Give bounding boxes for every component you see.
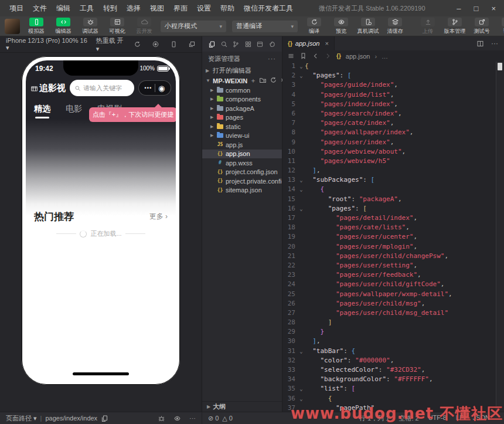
breadcrumb-file[interactable]: app.json <box>346 53 370 60</box>
copy-path-icon[interactable] <box>101 415 108 422</box>
menu-4[interactable]: 工具 <box>75 4 98 13</box>
详情-button[interactable]: 详情 <box>498 18 504 35</box>
tree-item-app.json[interactable]: {}app.json <box>202 150 282 159</box>
tree-item-sitemap.json[interactable]: {}sitemap.json <box>202 186 282 195</box>
refresh-icon[interactable] <box>270 76 277 85</box>
more-actions-icon[interactable]: ··· <box>491 39 498 48</box>
tree-item-uview-ui[interactable]: ▶uview-ui <box>202 131 282 141</box>
title-bar: 项目文件编辑工具转到选择视图界面设置帮助微信开发者工具 微信开发者工具 Stab… <box>0 0 504 16</box>
collab-hand-icon[interactable] <box>268 40 276 48</box>
menu-2[interactable]: 文件 <box>28 4 52 13</box>
chevron-right-icon: ▶ <box>210 115 214 120</box>
版本管理-button[interactable]: 版本管理 <box>444 18 465 35</box>
menu-6[interactable]: 选择 <box>122 4 145 13</box>
tree-item-packageA[interactable]: ▶packageA <box>202 104 282 113</box>
tree-item-app.wxss[interactable]: #app.wxss <box>202 158 282 168</box>
editor-menu-icon[interactable] <box>287 52 295 60</box>
hot-reload-toggle[interactable]: 热重载 开 ▾ <box>96 36 128 53</box>
menu-11[interactable]: 微信开发者工具 <box>239 4 298 13</box>
more-dots-icon[interactable]: ··· <box>189 415 196 422</box>
tree-item-app.js[interactable]: JSapp.js <box>202 140 282 150</box>
tree-item-pages[interactable]: ▶pages <box>202 113 282 123</box>
menu-1[interactable]: 项目 <box>5 4 28 13</box>
fold-chevron-icon[interactable]: ⌄ <box>298 394 305 403</box>
compile-select[interactable]: 普通编译 ▾ <box>232 21 298 32</box>
app-tab-1[interactable]: 精选 <box>34 104 50 114</box>
mode-select[interactable]: 小程序模式 ▾ <box>161 21 226 32</box>
record-icon[interactable] <box>152 40 159 48</box>
explorer-more-icon[interactable]: ··· <box>268 55 276 62</box>
source-control-icon[interactable] <box>232 40 240 48</box>
menu-8[interactable]: 界面 <box>169 4 192 13</box>
close-button[interactable]: × <box>491 4 496 13</box>
fold-chevron-icon[interactable]: ⌄ <box>298 62 305 71</box>
device-selector[interactable]: iPhone 12/13 (Pro) 100% 16 ▾ <box>6 37 90 52</box>
测试号-button[interactable]: 测试号 <box>471 18 492 35</box>
code-editor[interactable]: 1⌄{2⌄ "pages": [3 "pages/guide/index",4 … <box>282 62 504 412</box>
fold-chevron-icon[interactable]: ⌄ <box>298 175 305 185</box>
minimap[interactable] <box>496 62 504 412</box>
app-tab-2[interactable]: 电影 <box>66 104 82 114</box>
line-number: 35 <box>282 384 298 394</box>
模拟器-button[interactable]: 模拟器 <box>26 18 47 35</box>
minimap-slider[interactable] <box>498 63 502 70</box>
extensions-icon[interactable] <box>244 40 252 48</box>
page-path-dropdown[interactable]: 页面路径 ▾ <box>6 414 37 423</box>
nav-forward-icon[interactable] <box>324 52 332 60</box>
close-tab-icon[interactable]: × <box>325 40 328 47</box>
清缓存-button[interactable]: 清缓存 <box>384 18 406 35</box>
fold-chevron-icon[interactable]: ⌄ <box>298 204 305 213</box>
warnings-badge[interactable]: △ 0 <box>222 415 233 422</box>
menu-9[interactable]: 设置 <box>192 4 216 13</box>
tree-item-components[interactable]: ▶components <box>202 95 282 104</box>
menu-10[interactable]: 帮助 <box>216 4 239 13</box>
more-dots-icon[interactable]: ••• <box>145 85 152 91</box>
fold-chevron-icon[interactable]: ⌄ <box>298 384 305 394</box>
真机调试-button[interactable]: 真机调试 <box>357 18 379 35</box>
tree-item-common[interactable]: ▶common <box>202 86 282 95</box>
close-target-icon[interactable]: ◉ <box>158 84 165 93</box>
fold-chevron-icon[interactable]: ⌄ <box>298 347 305 356</box>
调试器-button[interactable]: 调试器 <box>80 18 101 35</box>
new-file-icon[interactable]: ＋ <box>250 76 256 85</box>
预览-button[interactable]: 预览 <box>331 18 352 35</box>
bug-icon[interactable] <box>158 415 165 422</box>
project-root[interactable]: ▼ MP-WEIXIN ＋ <box>202 76 282 86</box>
new-folder-icon[interactable] <box>259 76 267 85</box>
tree-item-label: static <box>226 123 241 130</box>
breadcrumb-more[interactable]: … <box>382 53 388 60</box>
search-icon[interactable] <box>220 40 228 48</box>
menu-7[interactable]: 视图 <box>145 4 169 13</box>
device-frame-icon[interactable] <box>170 40 178 48</box>
preview-icon[interactable] <box>256 40 264 48</box>
tree-item-project.private.config.js[interactable]: {}project.private.config.js… <box>202 177 282 186</box>
bookmark-icon[interactable] <box>299 52 307 60</box>
avatar[interactable] <box>5 19 20 34</box>
可视化-button[interactable]: 可视化 <box>107 18 128 35</box>
outline-section[interactable]: ▶ 大纲 <box>202 401 282 412</box>
tree-item-static[interactable]: ▶static <box>202 122 282 131</box>
files-icon[interactable] <box>208 40 216 48</box>
more-link[interactable]: 更多 › <box>149 212 168 222</box>
fold-chevron-icon[interactable]: ⌄ <box>298 71 305 80</box>
编译-button[interactable]: 编译 <box>304 18 325 35</box>
menu-3[interactable]: 编辑 <box>52 4 75 13</box>
errors-badge[interactable]: ⊘ 0 <box>208 415 219 422</box>
tree-item-project.config.json[interactable]: {}project.config.json <box>202 168 282 177</box>
line-number: 24 <box>282 280 298 289</box>
multi-window-icon[interactable] <box>188 40 196 48</box>
tab-app-json[interactable]: {} app.json × <box>282 36 335 50</box>
search-input[interactable]: 请输入关键字 <box>70 80 134 96</box>
maximize-button[interactable]: □ <box>474 4 479 13</box>
nav-back-icon[interactable] <box>312 52 319 60</box>
line-number: 29 <box>282 327 298 337</box>
split-editor-icon[interactable] <box>476 40 484 48</box>
rotate-icon[interactable] <box>134 40 141 48</box>
编辑器-button[interactable]: 编辑器 <box>53 18 74 35</box>
capsule-menu[interactable]: ••• ◉ <box>138 80 171 96</box>
fold-chevron-icon[interactable]: ⌄ <box>298 185 305 194</box>
minimize-button[interactable]: – <box>457 4 461 13</box>
open-editors-section[interactable]: ▶ 打开的编辑器 <box>202 66 282 76</box>
eye-icon[interactable] <box>173 415 181 422</box>
menu-5[interactable]: 转到 <box>98 4 122 13</box>
